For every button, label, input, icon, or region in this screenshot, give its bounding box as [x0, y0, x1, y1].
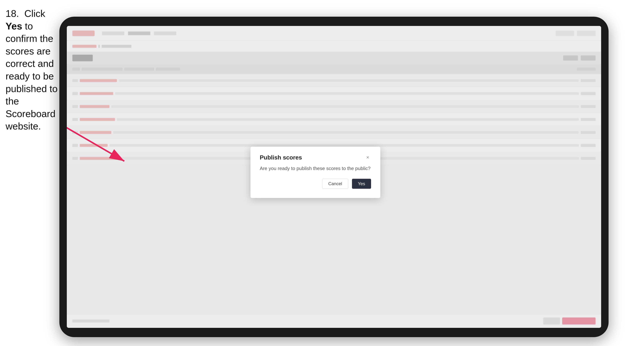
svg-line-1 — [67, 115, 124, 161]
instruction-text: 18. Click Yes to confirm the scores are … — [6, 7, 59, 133]
arrow-svg — [67, 100, 184, 193]
modal-overlay: Publish scores × Are you ready to publis… — [67, 26, 601, 328]
yes-emphasis: Yes — [6, 21, 22, 31]
modal-body-text: Are you ready to publish these scores to… — [260, 166, 371, 171]
tablet-screen: Publish scores × Are you ready to publis… — [67, 26, 601, 328]
modal-footer: Cancel Yes — [260, 179, 371, 189]
cancel-button[interactable]: Cancel — [322, 179, 348, 189]
modal-header: Publish scores × — [260, 154, 371, 161]
modal-close-button[interactable]: × — [364, 154, 371, 161]
step-number: 18. — [6, 8, 19, 19]
modal-title: Publish scores — [260, 154, 302, 161]
tablet-frame: Publish scores × Are you ready to publis… — [59, 17, 608, 337]
yes-button[interactable]: Yes — [352, 179, 371, 189]
modal-dialog: Publish scores × Are you ready to publis… — [250, 147, 380, 198]
